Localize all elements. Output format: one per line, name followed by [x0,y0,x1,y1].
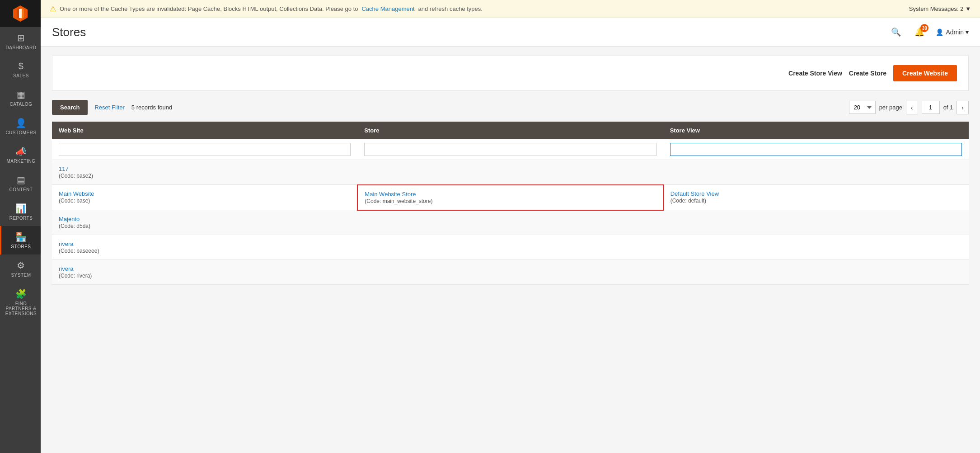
sidebar-item-content[interactable]: ▤ CONTENT [0,169,41,198]
cell-store-view-3 [663,235,969,260]
cell-store-0 [357,160,663,185]
filter-store-cell [357,139,663,160]
store-view-link-1[interactable]: Default Store View [671,190,719,197]
cell-website-4: rivera(Code: rivera) [52,260,357,285]
filter-store-view-cell [663,139,969,160]
website-code-1: (Code: base) [59,198,90,204]
reset-filter-link[interactable]: Reset Filter [94,104,124,111]
filter-store-input[interactable] [364,143,656,156]
table-row: rivera(Code: rivera) [52,260,969,285]
pagination-current-page[interactable] [922,101,940,114]
pagination-of-label: of 1 [943,104,953,111]
cell-store-4 [357,260,663,285]
sidebar-item-label: SYSTEM [11,273,31,278]
sidebar-item-label: STORES [11,244,31,249]
warning-icon: ⚠ [50,5,56,13]
table-filter-row [52,139,969,160]
magento-logo-icon [11,5,29,23]
admin-icon: 👤 [936,28,943,36]
page-title: Stores [52,25,86,39]
admin-label: Admin ▾ [946,28,969,36]
sidebar-item-system[interactable]: ⚙ SYSTEM [0,255,41,283]
website-code-0: (Code: base2) [59,173,93,179]
per-page-label: per page [879,104,902,111]
catalog-icon: ▦ [17,89,26,100]
action-bar: Create Store View Create Store Create We… [52,56,969,91]
cache-management-link[interactable]: Cache Management [361,5,414,12]
website-link-1[interactable]: Main Website [59,190,94,197]
notification-text-prefix: One or more of the Cache Types are inval… [60,5,358,12]
stores-icon: 🏪 [15,231,27,242]
header-right: 🔍 🔔 39 👤 Admin ▾ [889,25,969,39]
website-link-3[interactable]: rivera [59,241,74,247]
pagination-prev-button[interactable]: ‹ [906,101,918,114]
customers-icon: 👤 [15,118,27,128]
notification-bar: ⚠ One or more of the Cache Types are inv… [41,0,980,18]
pagination-next-button[interactable]: › [957,101,969,114]
cell-website-2: Majento(Code: d5da) [52,210,357,235]
table-row: 117(Code: base2) [52,160,969,185]
col-header-store-view: Store View [663,122,969,139]
per-page-select[interactable]: 20 50 100 [849,101,876,114]
cell-store-view-0 [663,160,969,185]
global-search-button[interactable]: 🔍 [889,25,903,39]
col-header-store: Store [357,122,663,139]
sidebar-item-partners[interactable]: 🧩 FIND PARTNERS & EXTENSIONS [0,283,41,321]
reports-icon: 📊 [15,203,27,214]
system-messages-btn[interactable]: System Messages: 2 ▼ [909,5,971,12]
sidebar-item-stores[interactable]: 🏪 STORES [0,226,41,255]
main-content: ⚠ One or more of the Cache Types are inv… [41,0,980,453]
sidebar-item-label: CUSTOMERS [5,130,36,135]
marketing-icon: 📣 [15,146,27,157]
sidebar-item-label: REPORTS [9,216,33,221]
table-row: rivera(Code: baseeee) [52,235,969,260]
table-row: Majento(Code: d5da) [52,210,969,235]
page-body: Create Store View Create Store Create We… [41,47,980,453]
dashboard-icon: ⊞ [17,33,25,43]
table-header-row: Web Site Store Store View [52,122,969,139]
website-link-2[interactable]: Majento [59,216,80,222]
filter-website-input[interactable] [59,143,351,156]
filter-website-cell [52,139,357,160]
website-code-2: (Code: d5da) [59,223,90,229]
partners-icon: 🧩 [15,288,27,299]
cell-store-view-4 [663,260,969,285]
page-header: Stores 🔍 🔔 39 👤 Admin ▾ [41,18,980,47]
sidebar-item-marketing[interactable]: 📣 MARKETING [0,141,41,169]
sidebar-item-sales[interactable]: $ SALES [0,56,41,84]
sidebar-item-reports[interactable]: 📊 REPORTS [0,198,41,226]
cell-store-3 [357,235,663,260]
website-code-4: (Code: rivera) [59,273,92,279]
create-store-button[interactable]: Create Store [849,70,886,77]
website-code-3: (Code: baseeee) [59,248,99,254]
admin-menu-button[interactable]: 👤 Admin ▾ [936,28,969,36]
website-link-0[interactable]: 117 [59,165,69,172]
sidebar-item-dashboard[interactable]: ⊞ DASHBOARD [0,27,41,56]
search-button[interactable]: Search [52,100,88,115]
sidebar-item-customers[interactable]: 👤 CUSTOMERS [0,112,41,141]
cell-store-2 [357,210,663,235]
create-website-button[interactable]: Create Website [893,65,957,81]
sidebar-item-label: DASHBOARD [6,45,37,50]
sidebar-item-catalog[interactable]: ▦ CATALOG [0,84,41,112]
cell-store-view-2 [663,210,969,235]
sidebar-item-label: CATALOG [10,102,33,107]
create-store-view-button[interactable]: Create Store View [788,70,842,77]
notification-badge: 39 [920,24,928,32]
cell-store-1: Main Website Store(Code: main_website_st… [357,185,663,210]
cell-website-3: rivera(Code: baseeee) [52,235,357,260]
store-link-1[interactable]: Main Website Store [365,191,416,198]
website-link-4[interactable]: rivera [59,265,74,272]
notification-left: ⚠ One or more of the Cache Types are inv… [50,5,483,13]
col-header-website: Web Site [52,122,357,139]
filter-bar: Search Reset Filter 5 records found 20 5… [52,100,969,115]
sales-icon: $ [19,61,24,71]
sidebar-item-label: CONTENT [9,187,33,192]
notifications-button[interactable]: 🔔 39 [912,25,927,39]
system-icon: ⚙ [17,260,25,271]
svg-rect-3 [19,9,22,18]
sidebar: ⊞ DASHBOARD $ SALES ▦ CATALOG 👤 CUSTOMER… [0,0,41,453]
table-row: Main Website(Code: base)Main Website Sto… [52,185,969,210]
records-found-label: 5 records found [131,104,172,111]
filter-store-view-input[interactable] [670,143,962,156]
